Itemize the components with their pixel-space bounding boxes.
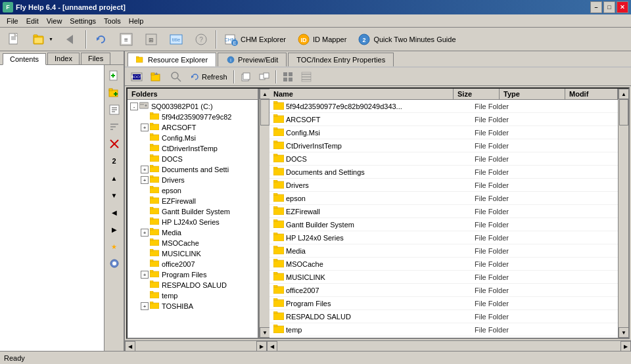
right-arrow-button[interactable]: ▶ xyxy=(106,221,122,237)
menu-tools[interactable]: Tools xyxy=(100,16,125,26)
tree-expand[interactable]: + xyxy=(141,229,149,237)
tree-item[interactable]: office2007 xyxy=(129,259,256,269)
menu-settings[interactable]: Settings xyxy=(66,16,100,26)
tree-item[interactable]: 5f94d23590977e9c82 xyxy=(129,112,256,122)
file-row[interactable]: DOCS File Folder xyxy=(269,152,618,166)
tab-resource-explorer[interactable]: Resource Explorer xyxy=(128,53,216,66)
tree-item[interactable]: epson xyxy=(129,185,256,196)
toolbar-icon4-button[interactable]: ? xyxy=(189,30,213,49)
toolbar-icon2-button[interactable]: ⊞ xyxy=(139,30,163,49)
delete-button[interactable] xyxy=(106,136,122,152)
plugin-button[interactable] xyxy=(106,256,122,271)
files-hscroll-left[interactable]: ◀ xyxy=(267,341,277,351)
file-row[interactable]: CtDriverInstTemp File Folder xyxy=(269,139,618,152)
move-icon-button[interactable] xyxy=(256,70,273,84)
file-row[interactable]: MSOCache File Folder xyxy=(269,258,618,271)
tree-item[interactable]: RESPALDO SALUD xyxy=(129,280,256,290)
tree-item[interactable]: Config.Msi xyxy=(129,133,256,143)
tab-contents[interactable]: Contents xyxy=(3,53,46,65)
folders-hscroll-left[interactable]: ◀ xyxy=(125,341,135,351)
menu-view[interactable]: View xyxy=(43,16,66,26)
file-row[interactable]: ARCSOFT File Folder xyxy=(269,113,618,126)
file-row[interactable]: Documents and Settings File Folder xyxy=(269,166,618,179)
file-row[interactable]: Program Files File Folder xyxy=(269,297,618,310)
tree-expand[interactable]: + xyxy=(141,302,149,310)
tree-item[interactable]: temp xyxy=(129,290,256,301)
tree-drive-root[interactable]: - SQ003982P01 (C:) xyxy=(129,101,256,112)
left-arrow-button[interactable]: ◀ xyxy=(106,204,122,220)
tree-expand-root[interactable]: - xyxy=(130,102,138,110)
down-arrow-button[interactable]: ▼ xyxy=(106,187,122,203)
tab-files[interactable]: Files xyxy=(81,53,110,64)
tree-expand[interactable]: + xyxy=(141,166,149,173)
file-row[interactable]: temp File Folder xyxy=(269,323,618,336)
file-row[interactable]: HP LJ24x0 Series File Folder xyxy=(269,231,618,244)
add-page-button[interactable] xyxy=(106,68,122,83)
file-row[interactable]: 5f94d23590977e9c82b90249d343... File Fol… xyxy=(269,100,618,113)
file-row[interactable]: MUSICLINK File Folder xyxy=(269,271,618,284)
menu-edit[interactable]: Edit xyxy=(22,16,43,26)
id-mapper-button[interactable]: ID ID Mapper xyxy=(292,30,351,49)
files-scroll-down[interactable]: ▼ xyxy=(619,327,629,338)
file-row[interactable]: EZFirewall File Folder xyxy=(269,205,618,218)
tree-item[interactable]: + Documents and Setti xyxy=(129,164,256,175)
toolbar-icon3-button[interactable]: title xyxy=(164,30,188,49)
col-header-type[interactable]: Type xyxy=(500,89,565,99)
tree-item[interactable]: DOCS xyxy=(129,154,256,164)
tree-item[interactable]: MSOCache xyxy=(129,238,256,248)
folders-hscroll-right[interactable]: ▶ xyxy=(256,341,267,351)
list-view-button[interactable] xyxy=(298,70,315,84)
files-scrollbar[interactable]: ▲ ▼ xyxy=(618,89,628,338)
grid-view-button[interactable] xyxy=(279,70,296,84)
back-button[interactable] xyxy=(59,30,83,49)
maximize-button[interactable]: □ xyxy=(603,1,615,13)
tree-expand[interactable]: + xyxy=(141,124,149,131)
tree-expand[interactable]: + xyxy=(141,176,149,184)
minimize-button[interactable]: – xyxy=(590,1,602,13)
sort-button[interactable] xyxy=(106,119,122,135)
file-row[interactable]: Media File Folder xyxy=(269,244,618,258)
tree-item[interactable]: HP LJ24x0 Series xyxy=(129,217,256,227)
tab-preview-edit[interactable]: i Preview/Edit xyxy=(218,53,287,66)
tree-item[interactable]: Gantt Builder System xyxy=(129,206,256,217)
tree-expand[interactable]: + xyxy=(141,271,149,279)
number2-button[interactable]: 2 xyxy=(106,153,122,169)
file-row[interactable]: RESPALDO SALUD File Folder xyxy=(269,310,618,323)
new-doc-button[interactable] xyxy=(3,30,26,49)
file-row[interactable]: office2007 File Folder xyxy=(269,284,618,297)
folders-scroll-up[interactable]: ▲ xyxy=(260,89,270,99)
file-row[interactable]: epson File Folder xyxy=(269,192,618,205)
tree-item[interactable]: + Media xyxy=(129,227,256,238)
file-row[interactable]: TOSHIBA File Folder xyxy=(269,336,618,338)
files-scroll-track[interactable] xyxy=(619,99,628,327)
menu-help[interactable]: Help xyxy=(125,16,148,26)
menu-file[interactable]: File xyxy=(3,16,22,26)
tab-index[interactable]: Index xyxy=(47,53,80,64)
folders-scrollbar[interactable]: ▲ ▼ xyxy=(259,89,269,338)
files-scroll-thumb[interactable] xyxy=(619,99,628,125)
tree-item[interactable]: MUSICLINK xyxy=(129,248,256,259)
col-header-size[interactable]: Size xyxy=(454,89,500,99)
boot-button[interactable]: BOOT xyxy=(128,70,146,84)
tree-item[interactable]: + TOSHIBA xyxy=(129,301,256,311)
chm-explorer-button[interactable]: CHM E CHM Explorer xyxy=(220,30,291,49)
tree-item[interactable]: + ARCSOFT xyxy=(129,122,256,133)
tab-toc-index[interactable]: TOC/Index Entry Properties xyxy=(288,53,394,66)
properties-button[interactable] xyxy=(106,102,122,118)
folders-scroll-track[interactable] xyxy=(260,99,269,327)
title-bar-buttons[interactable]: – □ ✕ xyxy=(590,1,628,13)
files-hscroll-right[interactable]: ▶ xyxy=(620,341,631,351)
folders-scroll-down[interactable]: ▼ xyxy=(260,327,270,338)
magnify-button[interactable] xyxy=(167,70,185,84)
folders-hscroll-track[interactable] xyxy=(135,341,256,351)
tree-item[interactable]: CtDriverInstTemp xyxy=(129,143,256,154)
files-hscroll-track[interactable] xyxy=(277,341,620,351)
refresh-panel-button[interactable]: Refresh xyxy=(187,70,231,84)
copy-icon-button[interactable] xyxy=(237,70,254,84)
folders-scroll-thumb[interactable] xyxy=(260,99,269,125)
tree-item[interactable]: EZFirewall xyxy=(129,196,256,206)
up-arrow-button[interactable]: ▲ xyxy=(106,170,122,186)
open-button[interactable]: ▼ xyxy=(28,30,58,49)
add-folder-button[interactable] xyxy=(106,85,122,101)
dropdown-arrow[interactable]: ▼ xyxy=(49,37,53,41)
